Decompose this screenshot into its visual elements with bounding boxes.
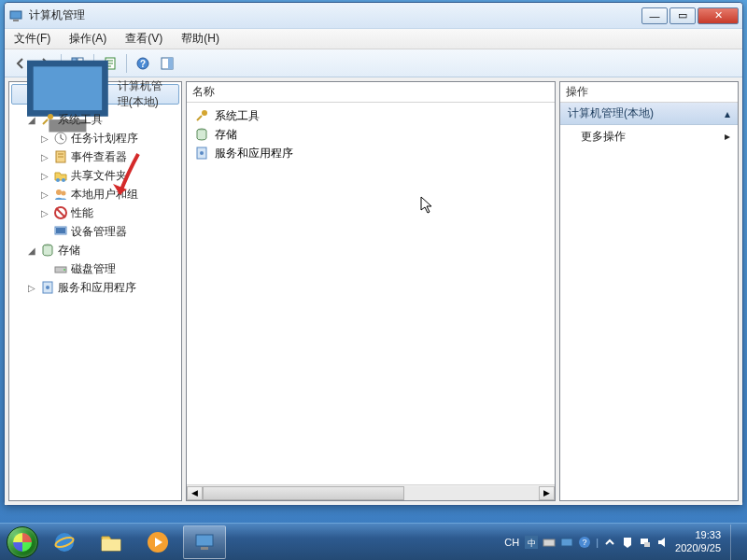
scroll-left-button[interactable]: ◀ bbox=[187, 486, 203, 500]
svg-rect-32 bbox=[102, 539, 120, 551]
titlebar[interactable]: 计算机管理 — ▭ ✕ bbox=[5, 3, 742, 29]
list-label: 存储 bbox=[215, 127, 237, 143]
expand-icon[interactable]: ▷ bbox=[39, 189, 50, 200]
tools-icon bbox=[194, 108, 209, 123]
windows-orb-icon bbox=[7, 526, 38, 558]
ie-icon bbox=[51, 529, 78, 555]
svg-point-17 bbox=[62, 191, 66, 196]
list-label: 系统工具 bbox=[215, 108, 260, 124]
list-header-name[interactable]: 名称 bbox=[187, 82, 555, 103]
svg-point-25 bbox=[46, 286, 49, 289]
action-pane-button[interactable] bbox=[157, 53, 177, 74]
actions-title[interactable]: 计算机管理(本地) ▴ bbox=[560, 103, 738, 125]
list-item-storage[interactable]: 存储 bbox=[189, 125, 553, 144]
svg-point-26 bbox=[202, 110, 207, 116]
start-button[interactable] bbox=[4, 524, 41, 561]
close-button[interactable]: ✕ bbox=[698, 7, 739, 24]
svg-rect-0 bbox=[10, 11, 21, 19]
help-tray-icon[interactable]: ? bbox=[578, 536, 591, 549]
action-more[interactable]: 更多操作 ▸ bbox=[560, 125, 738, 147]
tree-shared-folders[interactable]: ▷ 共享文件夹 bbox=[11, 166, 179, 185]
menu-help[interactable]: 帮助(H) bbox=[176, 29, 225, 49]
expand-icon[interactable]: ▷ bbox=[39, 152, 50, 162]
taskbar-item-ie[interactable] bbox=[43, 525, 86, 559]
expand-icon[interactable]: ▷ bbox=[26, 283, 37, 293]
ime-pad-icon[interactable] bbox=[560, 536, 573, 549]
list-empty-area[interactable] bbox=[187, 166, 555, 484]
ime-indicator[interactable]: CH bbox=[504, 537, 519, 548]
tree-label: 磁盘管理 bbox=[71, 261, 116, 277]
folder-icon bbox=[98, 529, 124, 555]
expand-icon[interactable]: ▷ bbox=[39, 171, 50, 181]
tree-storage[interactable]: ◢ 存储 bbox=[11, 241, 179, 259]
chevron-up-icon[interactable] bbox=[603, 536, 616, 549]
keyboard-icon[interactable] bbox=[543, 536, 556, 549]
computer-management-window: 计算机管理 — ▭ ✕ 文件(F) 操作(A) 查看(V) 帮助(H) ? 计算… bbox=[4, 2, 743, 506]
tree-event-viewer[interactable]: ▷ 事件查看器 bbox=[11, 147, 179, 166]
minimize-button[interactable]: — bbox=[641, 7, 668, 24]
collapse-icon[interactable]: ◢ bbox=[26, 115, 37, 125]
disk-icon bbox=[53, 261, 68, 276]
tree-services[interactable]: ▷ 服务和应用程序 bbox=[11, 278, 179, 297]
storage-icon bbox=[194, 127, 209, 142]
tree-root[interactable]: 计算机管理(本地) bbox=[11, 84, 179, 105]
maximize-button[interactable]: ▭ bbox=[669, 7, 696, 24]
collapse-icon[interactable]: ▴ bbox=[725, 107, 730, 120]
svg-rect-20 bbox=[56, 228, 65, 233]
tree-task-scheduler[interactable]: ▷ 任务计划程序 bbox=[11, 129, 179, 147]
volume-icon[interactable] bbox=[656, 536, 669, 549]
scroll-thumb[interactable] bbox=[203, 486, 404, 500]
tree-local-users[interactable]: ▷ 本地用户和组 bbox=[11, 185, 179, 203]
tree-label: 共享文件夹 bbox=[71, 168, 127, 184]
tree-panel: 计算机管理(本地) ◢ 系统工具 ▷ 任务计划程序 ▷ 事件查看器 bbox=[8, 81, 182, 501]
svg-text:中: 中 bbox=[528, 539, 536, 548]
window-title: 计算机管理 bbox=[29, 7, 641, 23]
scroll-track[interactable] bbox=[203, 486, 539, 500]
tree-device-manager[interactable]: 设备管理器 bbox=[11, 222, 179, 241]
tree-label: 任务计划程序 bbox=[71, 131, 138, 147]
list-item-services[interactable]: 服务和应用程序 bbox=[189, 144, 553, 162]
taskbar-clock[interactable]: 19:33 2020/9/25 bbox=[675, 529, 721, 553]
app-icon bbox=[8, 8, 23, 23]
actions-title-label: 计算机管理(本地) bbox=[568, 105, 654, 121]
expand-icon[interactable]: ▷ bbox=[39, 133, 50, 144]
clock-date: 2020/9/25 bbox=[675, 542, 721, 554]
network-icon[interactable] bbox=[639, 536, 652, 549]
actions-header: 操作 bbox=[560, 82, 738, 103]
content-area: 计算机管理(本地) ◢ 系统工具 ▷ 任务计划程序 ▷ 事件查看器 bbox=[5, 77, 742, 505]
svg-rect-8 bbox=[168, 58, 173, 69]
taskbar-item-explorer[interactable] bbox=[90, 525, 133, 559]
shared-folder-icon bbox=[53, 168, 68, 183]
clock-time: 19:33 bbox=[675, 529, 721, 541]
list-item-system-tools[interactable]: 系统工具 bbox=[189, 106, 553, 125]
help-button[interactable]: ? bbox=[133, 53, 153, 74]
svg-point-11 bbox=[48, 114, 53, 119]
scroll-right-button[interactable]: ▶ bbox=[539, 486, 555, 500]
expand-icon[interactable]: ▷ bbox=[39, 208, 50, 218]
action-center-icon[interactable] bbox=[621, 536, 634, 549]
ime-icon[interactable]: 中 bbox=[525, 536, 538, 549]
window-buttons: — ▭ ✕ bbox=[641, 7, 739, 24]
tree-disk-management[interactable]: 磁盘管理 bbox=[11, 259, 179, 278]
menu-view[interactable]: 查看(V) bbox=[120, 29, 168, 49]
tree-system-tools[interactable]: ◢ 系统工具 bbox=[11, 110, 179, 129]
tools-icon bbox=[40, 112, 55, 127]
list: 系统工具 存储 服务和应用程序 bbox=[187, 103, 555, 166]
svg-text:?: ? bbox=[140, 59, 146, 69]
device-icon bbox=[53, 224, 68, 239]
show-desktop-button[interactable] bbox=[730, 525, 738, 560]
tree-performance[interactable]: ▷ 性能 bbox=[11, 203, 179, 222]
collapse-icon[interactable]: ◢ bbox=[26, 245, 37, 256]
clock-icon bbox=[53, 131, 68, 146]
svg-rect-38 bbox=[543, 539, 555, 546]
horizontal-scrollbar[interactable]: ◀ ▶ bbox=[187, 484, 555, 500]
services-icon bbox=[40, 280, 55, 295]
taskbar-item-computer-management[interactable] bbox=[183, 525, 226, 559]
tree-label: 服务和应用程序 bbox=[58, 280, 136, 296]
svg-rect-35 bbox=[201, 547, 208, 550]
svg-point-23 bbox=[63, 269, 65, 271]
taskbar: CH 中 ? | 19:33 2020/9/25 bbox=[0, 523, 747, 560]
tree-label: 设备管理器 bbox=[71, 224, 127, 240]
list-panel: 名称 系统工具 存储 服务和应用程序 ◀ ▶ bbox=[186, 81, 556, 501]
taskbar-item-media-player[interactable] bbox=[136, 525, 179, 559]
